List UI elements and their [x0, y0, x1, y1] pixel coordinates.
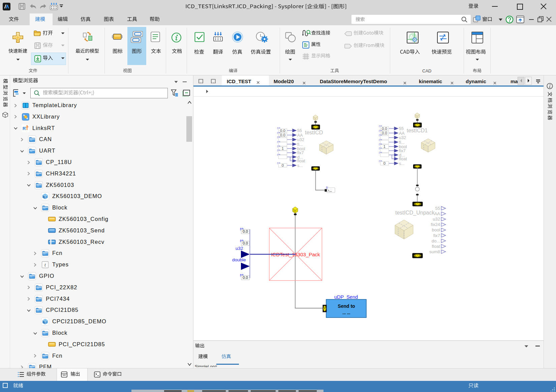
svg-text:bool: bool — [432, 227, 440, 232]
svg-text:... ...: ... ... — [342, 311, 350, 315]
svg-text:u32: u32 — [297, 137, 304, 142]
svg-text:fi...: fi... — [297, 142, 303, 147]
svg-text:double: double — [232, 257, 246, 262]
svg-text:do...: do... — [432, 238, 440, 243]
svg-text:testICD: testICD — [305, 130, 323, 135]
svg-text:fix7: fix7 — [433, 233, 440, 238]
svg-text:55: 55 — [399, 126, 404, 131]
svg-text:sum8: sum8 — [429, 249, 440, 254]
svg-text:0: 0 — [383, 161, 385, 165]
svg-text:s...: s... — [399, 161, 405, 166]
svg-text:AA: AA — [434, 211, 440, 216]
svg-text:AA: AA — [399, 131, 405, 136]
svg-text:0.0: 0.0 — [243, 241, 248, 245]
svg-text:fix24: fix24 — [431, 222, 440, 227]
svg-text:uDP_Send: uDP_Send — [334, 294, 358, 300]
svg-text:0.0: 0.0 — [243, 275, 248, 280]
svg-text:Send to: Send to — [338, 303, 355, 309]
svg-text:testICD_Unpack: testICD_Unpack — [395, 210, 435, 216]
svg-text:55: 55 — [435, 206, 440, 211]
svg-text:A: A — [410, 34, 413, 39]
svg-text:float: float — [399, 157, 407, 161]
svg-text:u32: u32 — [236, 246, 243, 251]
svg-text:0: 0 — [282, 163, 284, 167]
svg-text:T: T — [26, 126, 29, 131]
svg-text:u32: u32 — [433, 217, 440, 222]
svg-text:float: float — [432, 244, 440, 249]
svg-text:55: 55 — [297, 128, 302, 133]
svg-text:0.0: 0.0 — [280, 129, 285, 133]
svg-text:0.0: 0.0 — [243, 229, 248, 233]
svg-text:B: B — [326, 186, 328, 189]
svg-text:....: .... — [330, 187, 333, 190]
svg-text:s...: s... — [297, 163, 303, 168]
svg-text:fi...: fi... — [399, 140, 405, 145]
svg-text:testICD1: testICD1 — [407, 128, 428, 133]
svg-text:0.0: 0.0 — [382, 127, 387, 131]
svg-text:AA: AA — [297, 133, 303, 138]
svg-text:float: float — [297, 159, 305, 163]
svg-text:u32: u32 — [399, 135, 406, 140]
